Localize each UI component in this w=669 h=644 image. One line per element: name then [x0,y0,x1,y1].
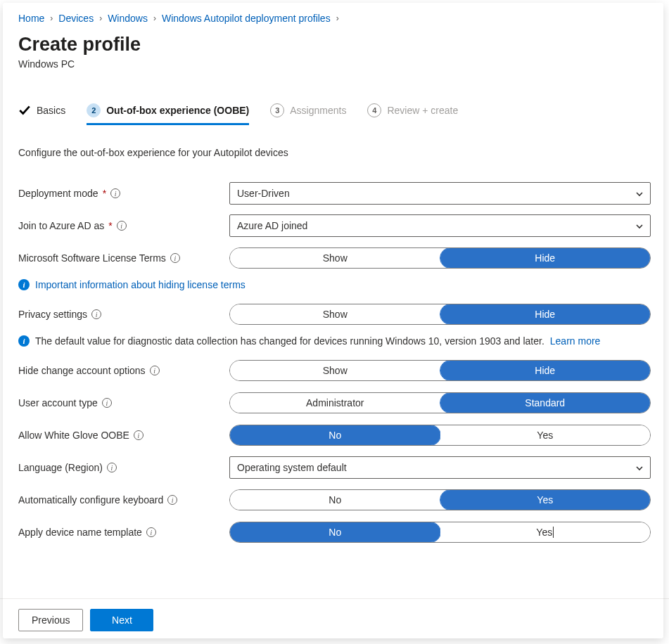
step-badge-2: 2 [87,103,101,117]
license-terms-show[interactable]: Show [230,248,440,268]
license-info-link[interactable]: Important information about hiding licen… [35,279,246,290]
language-select[interactable]: Operating system default [229,456,651,479]
privacy-toggle: Show Hide [229,304,651,325]
info-solid-icon: i [18,279,30,290]
wizard-footer: Previous Next [0,598,669,631]
tab-review-create[interactable]: 4 Review + create [367,99,458,124]
privacy-show[interactable]: Show [230,304,440,324]
user-account-type-toggle: Administrator Standard [229,392,651,413]
info-icon[interactable]: i [102,398,112,408]
step-badge-4: 4 [367,103,381,117]
license-terms-hide[interactable]: Hide [440,248,651,268]
hide-change-account-label: Hide change account options [18,365,146,376]
deployment-mode-label: Deployment mode [18,188,98,199]
privacy-hide[interactable]: Hide [440,304,651,324]
user-account-type-admin[interactable]: Administrator [230,393,440,413]
white-glove-yes[interactable]: Yes [440,425,651,445]
required-asterisk: * [103,188,106,199]
chevron-right-icon: › [335,13,340,23]
tab-oobe-label: Out-of-box experience (OOBE) [106,105,249,116]
privacy-info-text: The default value for diagnostic data co… [35,335,544,347]
join-azure-label: Join to Azure AD as [18,220,104,231]
privacy-label: Privacy settings [18,309,87,320]
deployment-mode-select[interactable]: User-Driven [229,182,651,205]
privacy-learn-more-link[interactable]: Learn more [550,335,601,347]
device-name-template-label: Apply device name template [18,527,142,538]
user-account-type-label: User account type [18,397,98,408]
chevron-right-icon: › [98,13,103,23]
previous-button[interactable]: Previous [18,609,83,631]
chevron-right-icon: › [152,13,158,23]
tab-oobe[interactable]: 2 Out-of-box experience (OOBE) [87,99,249,124]
check-icon [18,104,31,117]
device-name-template-yes[interactable]: Yes [440,522,651,542]
device-name-template-no[interactable]: No [230,522,440,542]
breadcrumb-windows[interactable]: Windows [108,13,148,24]
license-terms-label: Microsoft Software License Terms [18,252,166,264]
tab-basics-label: Basics [37,105,65,116]
info-icon[interactable]: i [167,495,177,505]
language-label: Language (Region) [18,462,103,473]
hide-change-account-hide[interactable]: Hide [440,361,651,380]
next-button[interactable]: Next [90,609,153,631]
oobe-form: Deployment mode * i User-Driven Join to … [18,182,651,543]
info-icon[interactable]: i [150,366,160,375]
white-glove-toggle: No Yes [229,425,651,446]
info-icon[interactable]: i [146,527,156,537]
page-title: Create profile [18,34,651,56]
page-subtitle: Windows PC [18,58,651,70]
user-account-type-standard[interactable]: Standard [440,393,651,413]
join-azure-select[interactable]: Azure AD joined [229,214,651,237]
info-icon[interactable]: i [110,188,120,198]
info-solid-icon: i [18,335,30,347]
breadcrumb-devices[interactable]: Devices [58,13,94,24]
tab-assignments-label: Assignments [290,105,346,116]
breadcrumb-home[interactable]: Home [18,13,44,24]
auto-keyboard-toggle: No Yes [229,489,651,510]
info-icon[interactable]: i [91,309,101,319]
device-name-template-toggle: No Yes [229,522,651,543]
required-asterisk: * [108,220,112,231]
tab-description: Configure the out-of-box experience for … [18,147,651,158]
license-terms-toggle: Show Hide [229,247,651,269]
tab-basics[interactable]: Basics [18,100,65,124]
info-icon[interactable]: i [170,253,180,263]
chevron-right-icon: › [49,13,54,23]
info-icon[interactable]: i [134,430,144,440]
tab-review-label: Review + create [387,105,458,116]
hide-change-account-show[interactable]: Show [230,361,440,380]
hide-change-account-toggle: Show Hide [229,360,651,381]
breadcrumb-autopilot-profiles[interactable]: Windows Autopilot deployment profiles [162,13,331,24]
info-icon[interactable]: i [117,221,127,231]
wizard-tabs: Basics 2 Out-of-box experience (OOBE) 3 … [18,99,651,124]
info-icon[interactable]: i [107,463,117,472]
breadcrumb: Home › Devices › Windows › Windows Autop… [18,13,651,24]
auto-keyboard-no[interactable]: No [230,490,440,510]
auto-keyboard-label: Automatically configure keyboard [18,494,163,505]
auto-keyboard-yes[interactable]: Yes [440,490,651,510]
white-glove-no[interactable]: No [230,425,440,445]
tab-assignments[interactable]: 3 Assignments [270,99,346,124]
white-glove-label: Allow White Glove OOBE [18,430,129,441]
step-badge-3: 3 [270,103,284,117]
